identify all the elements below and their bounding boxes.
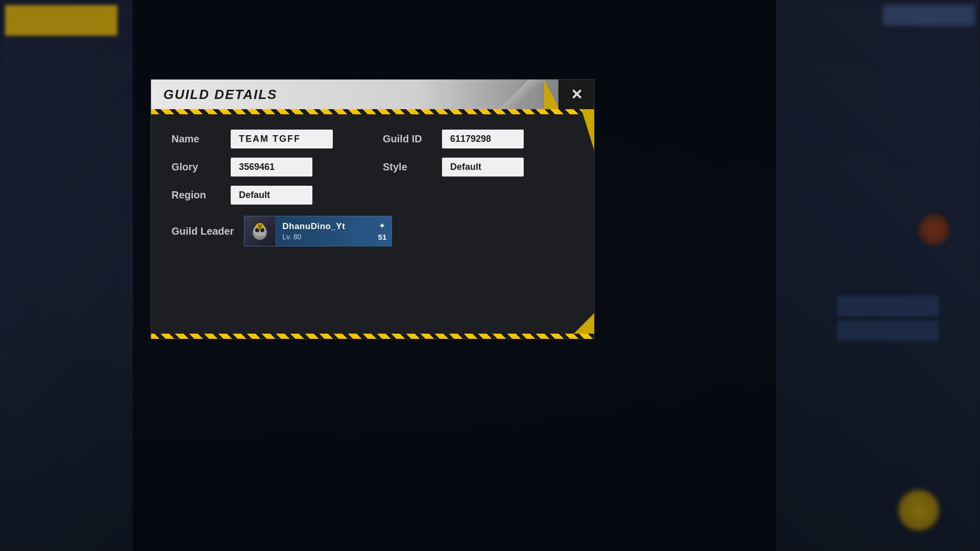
bg-button-1 <box>837 296 939 316</box>
bg-button-2 <box>837 320 939 341</box>
skull-svg: V <box>250 221 270 242</box>
bg-left-panel <box>0 0 133 551</box>
name-label: Name <box>172 133 223 145</box>
leader-avatar: V <box>244 216 275 246</box>
svg-rect-5 <box>259 236 261 238</box>
bottom-stripe-decoration <box>151 334 594 339</box>
glory-value: 3569461 <box>231 158 312 177</box>
leader-level: Lv. 80 <box>282 233 365 241</box>
name-row: Name TEAM TGFF <box>172 130 362 148</box>
diagonal-accent <box>581 109 594 150</box>
region-row: Region Default <box>172 186 362 205</box>
bg-top-left-element <box>5 5 117 36</box>
glory-label: Glory <box>172 161 223 173</box>
guild-id-row: Guild ID 61179298 <box>383 130 574 148</box>
bg-right-panel <box>776 0 980 551</box>
close-button[interactable]: ✕ <box>558 80 594 109</box>
bg-top-right-element <box>883 5 975 26</box>
style-value: Default <box>442 158 524 177</box>
close-icon: ✕ <box>571 86 582 103</box>
leader-card[interactable]: V DhanuDino_Yt Lv. 80 ✦ 51 <box>244 216 392 246</box>
bg-bottom-right-circle2 <box>919 214 949 245</box>
style-row: Style Default <box>383 158 574 177</box>
bg-bottom-right-circle <box>898 490 939 531</box>
guild-leader-label: Guild Leader <box>172 226 234 237</box>
leader-name: DhanuDino_Yt <box>282 221 365 232</box>
style-label: Style <box>383 161 434 173</box>
glory-row: Glory 3569461 <box>172 158 362 177</box>
bg-buttons-container <box>837 296 939 341</box>
region-label: Region <box>172 189 223 201</box>
gold-corner-accent <box>544 80 559 109</box>
svg-rect-4 <box>257 236 259 238</box>
guild-id-label: Guild ID <box>383 133 434 145</box>
svg-text:V: V <box>258 224 262 230</box>
star-icon: ✦ <box>379 221 385 231</box>
guild-id-value: 61179298 <box>442 130 524 148</box>
region-value: Default <box>231 186 312 205</box>
gold-corner-bottom-right <box>574 313 594 334</box>
avatar-image: V <box>244 216 275 246</box>
leader-info: DhanuDino_Yt Lv. 80 <box>275 216 373 246</box>
guild-details-modal: GUILD DETAILS ✕ Name TEAM TGFF Guild ID … <box>151 79 595 339</box>
modal-body: Name TEAM TGFF Guild ID 61179298 Glory 3… <box>151 114 594 262</box>
leader-stars-section: ✦ 51 <box>373 216 392 246</box>
modal-title: GUILD DETAILS <box>151 87 277 103</box>
modal-header: GUILD DETAILS <box>151 80 594 109</box>
info-grid: Name TEAM TGFF Guild ID 61179298 Glory 3… <box>172 130 574 205</box>
svg-rect-6 <box>262 236 263 238</box>
yellow-stripe-decoration <box>151 109 594 114</box>
guild-leader-section: Guild Leader <box>172 216 574 246</box>
star-count: 51 <box>378 233 387 241</box>
name-value: TEAM TGFF <box>231 130 333 148</box>
